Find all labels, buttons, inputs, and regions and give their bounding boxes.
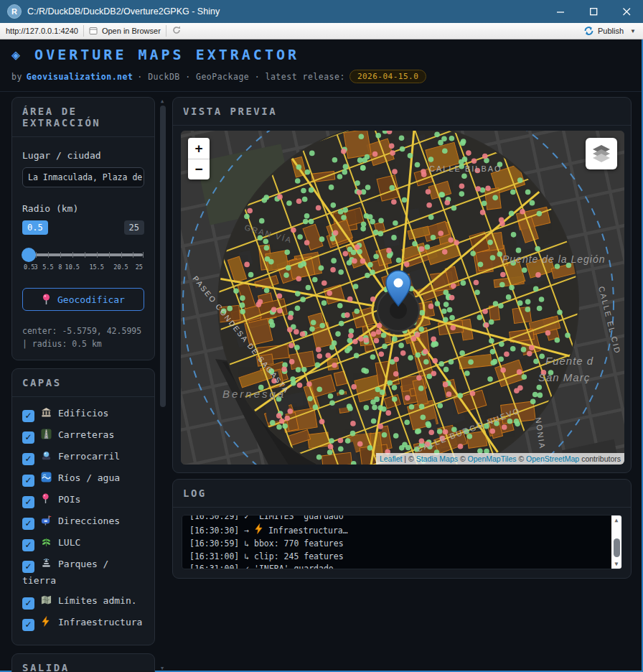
slider-tick-label: 10.5 <box>65 263 80 271</box>
layer-checkbox-row-pois[interactable]: ✓POIs <box>22 492 144 508</box>
slider-tick <box>60 252 61 258</box>
map[interactable]: CALLE BILBAOGRAN VÍAPuente de la LegiónC… <box>181 131 624 465</box>
layer-checkbox-row-direcciones[interactable]: ✓Direcciones <box>22 513 144 530</box>
bolt-icon <box>41 616 52 631</box>
slider-tick <box>85 252 85 258</box>
radius-label: Radio (km) <box>22 203 144 214</box>
log-scrollbar[interactable]: ▲ ▼ <box>611 515 621 569</box>
layer-checkbox-row-infraestructura[interactable]: ✓Infraestructura <box>22 615 144 631</box>
minimize-button[interactable] <box>544 0 577 23</box>
log-line: [16:30:29] ✓ 'LIMITES' guardado <box>189 515 607 523</box>
layer-label: Edificios <box>58 408 108 419</box>
attribution-text: | © <box>402 454 416 463</box>
checkbox-checked-icon[interactable]: ✓ <box>22 496 34 508</box>
layer-label: Ferrocarril <box>58 451 120 462</box>
log-scroll-down-icon[interactable]: ▼ <box>611 561 621 567</box>
checkbox-checked-icon[interactable]: ✓ <box>22 410 34 422</box>
layer-label: Límites admin. <box>58 595 137 606</box>
map-zoom-control: + − <box>188 138 210 179</box>
checkbox-checked-icon[interactable]: ✓ <box>22 539 34 551</box>
geocode-button[interactable]: Geocodificar <box>22 288 144 311</box>
layer-checkbox-row-ferrocarril[interactable]: ✓Ferrocarril <box>22 449 144 465</box>
checkbox-checked-icon[interactable]: ✓ <box>22 518 34 530</box>
close-button[interactable] <box>610 0 643 23</box>
shiny-toolbar: http://127.0.0.1:4240 Open in Browser Pu… <box>0 23 643 39</box>
layer-checkbox-row-parques-tierra[interactable]: ✓Parques / tierra <box>22 556 144 588</box>
layer-label: Ríos / agua <box>58 472 120 483</box>
extraction-area-panel: ÁREA DE EXTRACCIÓN Lugar / ciudad La Inm… <box>11 97 155 360</box>
pin-icon <box>41 493 52 508</box>
radius-slider[interactable] <box>24 248 143 262</box>
scroll-thumb[interactable] <box>160 106 166 407</box>
map-label: San Març <box>538 371 590 383</box>
app-header: ◈ OVERTURE MAPS EXTRACTOR by Geovisualiz… <box>0 39 642 92</box>
log-panel: LOG [16:30:29] ✓ 'LIMITES' guardado[16:3… <box>172 479 632 579</box>
sidebar: ÁREA DE EXTRACCIÓN Lugar / ciudad La Inm… <box>11 97 155 672</box>
attribution-link[interactable]: OpenMapTiles <box>468 454 517 463</box>
checkbox-checked-icon[interactable]: ✓ <box>22 453 34 465</box>
zoom-out-button[interactable]: − <box>188 159 210 179</box>
attribution-text: © <box>517 454 527 463</box>
slider-tick <box>143 252 144 258</box>
maximize-button[interactable] <box>577 0 610 23</box>
slider-tick <box>109 252 110 258</box>
layer-checkbox-row-lulc[interactable]: ✓LULC <box>22 535 144 551</box>
rstudio-logo-icon: R <box>7 4 22 19</box>
layer-checkbox-row-carreteras[interactable]: ✓Carreteras <box>22 427 144 444</box>
diamond-icon: ◈ <box>11 46 23 63</box>
slider-tick-labels: 0.535.5810.515.520.525 <box>24 263 143 272</box>
slider-tick-label: 3 <box>34 263 37 271</box>
map-label: Bernesga <box>222 388 286 400</box>
map-canvas[interactable]: CALLE BILBAOGRAN VÍAPuente de la LegiónC… <box>181 131 624 465</box>
brand-link[interactable]: Geovisualization.net <box>27 72 133 82</box>
layer-label: Carreteras <box>58 429 114 440</box>
log-title: LOG <box>173 480 631 508</box>
output-panel: SALIDA Nombre del fichero <box>11 653 155 672</box>
log-scroll-up-icon[interactable]: ▲ <box>611 517 621 523</box>
log-scroll-thumb[interactable] <box>614 538 620 557</box>
log-box[interactable]: [16:30:29] ✓ 'LIMITES' guardado[16:30:30… <box>182 515 622 569</box>
output-title: SALIDA <box>12 654 154 672</box>
layer-checkbox-row-r-os-agua[interactable]: ✓Ríos / agua <box>22 470 144 487</box>
place-input[interactable]: La Inmaculada, Plaza de <box>22 167 144 187</box>
zoom-in-button[interactable]: + <box>188 138 210 159</box>
url-text: http://127.0.0.1:4240 <box>6 27 78 35</box>
open-in-browser-button[interactable]: Open in Browser <box>89 27 161 35</box>
browser-window-icon <box>89 27 98 35</box>
checkbox-checked-icon[interactable]: ✓ <box>22 561 34 573</box>
checkbox-checked-icon[interactable]: ✓ <box>22 597 34 610</box>
release-badge: 2026-04-15.0 <box>349 70 426 83</box>
scroll-down-icon[interactable]: ▼ <box>161 666 164 671</box>
building-icon <box>41 407 52 422</box>
attribution-link[interactable]: OpenStreetMap <box>526 454 579 463</box>
attribution-text: © <box>458 454 468 463</box>
window-titlebar: R C:/R/DuckDB/DuckDB2/Overture2GPKG - Sh… <box>0 0 643 23</box>
slider-track[interactable] <box>24 253 143 256</box>
layer-checkbox-row-l-mites-admin-[interactable]: ✓Límites admin. <box>22 593 144 610</box>
scroll-up-icon[interactable]: ▲ <box>161 98 164 104</box>
place-label: Lugar / ciudad <box>22 150 144 161</box>
slider-tick <box>121 252 122 258</box>
slider-tick <box>36 252 37 258</box>
slider-tick-label: 20.5 <box>113 263 128 271</box>
sidebar-scrollbar[interactable]: ▲ ▼ <box>155 97 172 672</box>
publish-button[interactable]: Publish ▼ <box>583 26 636 36</box>
water-icon <box>41 472 52 487</box>
refresh-button[interactable] <box>172 25 182 37</box>
log-line: [16:31:00] ✓ 'INFRA' guardado <box>189 563 607 569</box>
attribution-link[interactable]: Stadia Maps <box>416 454 458 463</box>
layer-label: POIs <box>58 494 80 505</box>
attribution-link[interactable]: Leaflet <box>380 454 403 463</box>
slider-tick-label: 15.5 <box>89 263 103 271</box>
layer-checkbox-row-edificios[interactable]: ✓Edificios <box>22 406 144 422</box>
checkbox-checked-icon[interactable]: ✓ <box>22 619 34 631</box>
checkbox-checked-icon[interactable]: ✓ <box>22 475 34 487</box>
slider-max-badge: 25 <box>124 220 144 235</box>
map-icon <box>41 594 52 610</box>
map-label: CALLE BILBAO <box>429 164 502 173</box>
map-label: Fuente d <box>545 355 593 367</box>
map-layers-control[interactable] <box>586 138 617 169</box>
slider-handle[interactable] <box>22 248 36 262</box>
layer-label: LULC <box>58 537 80 548</box>
checkbox-checked-icon[interactable]: ✓ <box>22 431 34 444</box>
